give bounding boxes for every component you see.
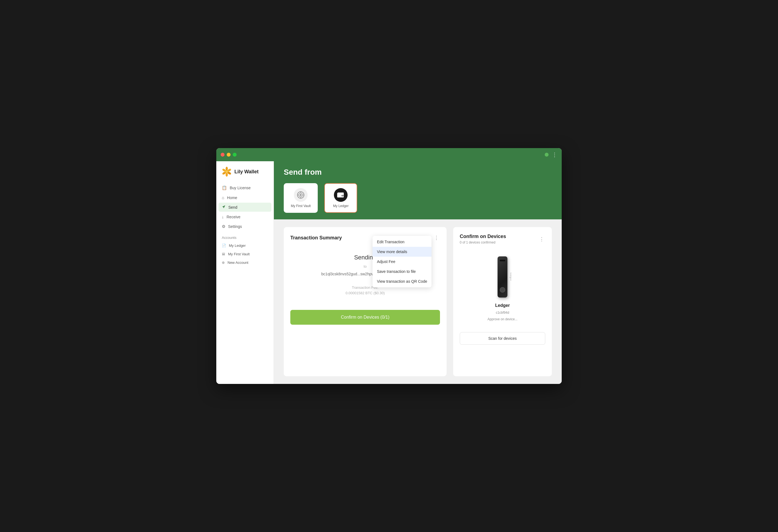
settings-icon: ⚙ (222, 224, 225, 229)
vault-card-label: My First Vault (291, 204, 311, 208)
receive-icon: ↓ (222, 215, 224, 219)
sidebar: Lily Wallet 📋 Buy License ⌂ Home (216, 161, 274, 384)
confirm-card-menu-button[interactable]: ⋮ (538, 235, 545, 243)
sidebar-item-settings[interactable]: ⚙ Settings (219, 222, 271, 231)
buy-license-icon: 📋 (222, 185, 227, 190)
account-selector: My First Vault My Ledger (274, 183, 562, 219)
sidebar-item-receive-label: Receive (227, 215, 241, 219)
confirm-card-header: Confirm on Devices 0 of 1 devices confir… (460, 234, 545, 244)
svg-point-1 (226, 167, 228, 170)
connection-status-dot (545, 153, 549, 157)
account-card-my-ledger[interactable]: My Ledger (324, 183, 357, 213)
ledger-card-icon (334, 188, 347, 202)
svg-point-10 (300, 194, 302, 196)
sidebar-account-my-first-vault-label: My First Vault (228, 252, 250, 256)
sidebar-logo: Lily Wallet (216, 167, 274, 183)
device-name: Ledger (495, 303, 510, 308)
dropdown-item-view-qr[interactable]: View transaction as QR Code (373, 277, 432, 286)
titlebar: ⋮ (216, 148, 562, 161)
main-content: Send from (274, 161, 562, 384)
titlebar-menu-icon[interactable]: ⋮ (552, 151, 557, 158)
lily-logo-icon (222, 167, 232, 176)
dropdown-item-save-to-file[interactable]: Save transaction to file (373, 267, 432, 277)
confirm-on-devices-card: Confirm on Devices 0 of 1 devices confir… (453, 227, 552, 376)
sidebar-account-my-first-vault[interactable]: 🏛 My First Vault (219, 250, 271, 258)
content-area: Transaction Summary ⋮ Sending to bc1ql3c… (274, 219, 562, 384)
device-status: Approve on device... (487, 317, 517, 321)
sidebar-nav: 📋 Buy License ⌂ Home Send ↓ (216, 183, 274, 231)
maximize-button[interactable] (233, 153, 237, 157)
ledger-card-label: My Ledger (333, 204, 349, 208)
my-first-vault-icon: 🏛 (222, 252, 225, 256)
svg-point-7 (225, 170, 228, 173)
close-button[interactable] (221, 153, 225, 157)
send-icon (222, 205, 226, 210)
ledger-device-image: ledger (491, 256, 514, 300)
new-account-plus-icon: ⊕ (222, 260, 225, 264)
sidebar-item-buy-license[interactable]: 📋 Buy License (219, 183, 271, 193)
sidebar-item-buy-license-label: Buy License (230, 186, 250, 190)
vault-card-icon (294, 188, 308, 202)
new-account-button[interactable]: ⊕ New Account (219, 258, 271, 267)
page-title: Send from (284, 168, 552, 176)
dropdown-item-view-more-details[interactable]: View more details (373, 247, 432, 257)
minimize-button[interactable] (227, 153, 231, 157)
confirm-card-title-block: Confirm on Devices 0 of 1 devices confir… (460, 234, 506, 244)
tx-to-label: to (364, 264, 367, 269)
sidebar-item-settings-label: Settings (228, 224, 242, 229)
svg-point-4 (226, 173, 228, 176)
device-id: c1cbf94d (496, 311, 509, 314)
titlebar-right: ⋮ (545, 151, 557, 158)
device-section: ledger Ledger c1cbf94d Approve on device… (460, 250, 545, 328)
app-window: ⋮ Lily Wallet (216, 148, 562, 384)
confirm-card-title: Confirm on Devices (460, 234, 506, 239)
accounts-section-label: Accounts (216, 231, 274, 241)
account-card-my-first-vault[interactable]: My First Vault (284, 183, 318, 213)
dropdown-item-adjust-fee[interactable]: Adjust Fee (373, 257, 432, 267)
tx-summary-menu-button[interactable]: ⋮ (433, 234, 440, 242)
new-account-label: New Account (228, 260, 248, 264)
traffic-lights (221, 153, 237, 157)
sidebar-app-title: Lily Wallet (234, 169, 258, 175)
sidebar-account-my-ledger[interactable]: 📄 My Ledger (219, 241, 271, 250)
dropdown-item-edit-transaction[interactable]: Edit Transaction (373, 237, 432, 247)
ledger-brand-text: ledger (510, 273, 512, 281)
confirm-card-subtitle: 0 of 1 devices confirmed (460, 240, 506, 244)
my-ledger-icon: 📄 (222, 243, 226, 248)
sidebar-account-my-ledger-label: My Ledger (229, 243, 246, 248)
tx-fee-value: 0.00001582 BTC ($0.30) (345, 290, 385, 296)
sidebar-item-home[interactable]: ⌂ Home (219, 193, 271, 202)
app-body: Lily Wallet 📋 Buy License ⌂ Home (216, 161, 562, 384)
sidebar-item-send[interactable]: Send (219, 203, 271, 212)
svg-point-17 (342, 195, 343, 196)
scan-for-devices-button[interactable]: Scan for devices (460, 332, 545, 345)
tx-summary-title: Transaction Summary (290, 235, 342, 241)
sidebar-item-home-label: Home (227, 196, 237, 200)
home-icon: ⌂ (222, 195, 224, 200)
sidebar-item-receive[interactable]: ↓ Receive (219, 212, 271, 221)
dropdown-menu: Edit Transaction View more details Adjus… (373, 236, 432, 287)
sidebar-item-send-label: Send (228, 205, 237, 210)
confirm-on-devices-button[interactable]: Confirm on Devices (0/1) (290, 310, 440, 325)
main-header: Send from (274, 161, 562, 183)
